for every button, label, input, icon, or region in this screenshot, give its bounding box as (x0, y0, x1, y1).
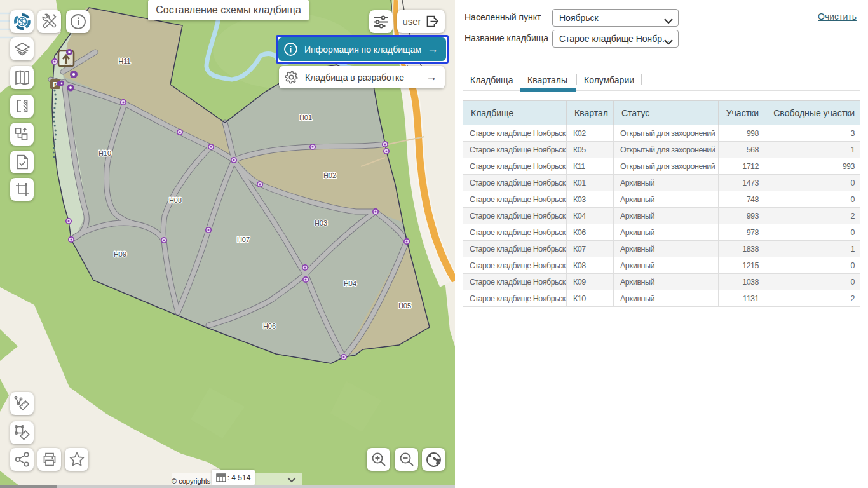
svg-text:P: P (53, 81, 57, 88)
svg-text:Н06: Н06 (263, 322, 276, 330)
svg-text:Н02: Н02 (323, 172, 336, 179)
svg-text:Н07: Н07 (237, 236, 250, 243)
svg-text:Н10: Н10 (98, 149, 111, 157)
svg-text:Н08: Н08 (169, 196, 182, 204)
svg-text:Н11: Н11 (118, 57, 130, 65)
svg-text:Н04: Н04 (344, 280, 356, 287)
svg-text:Н09: Н09 (114, 250, 126, 258)
svg-text:Н01: Н01 (299, 114, 312, 121)
svg-text:Н05: Н05 (398, 302, 411, 309)
svg-text:Н03: Н03 (315, 219, 327, 227)
